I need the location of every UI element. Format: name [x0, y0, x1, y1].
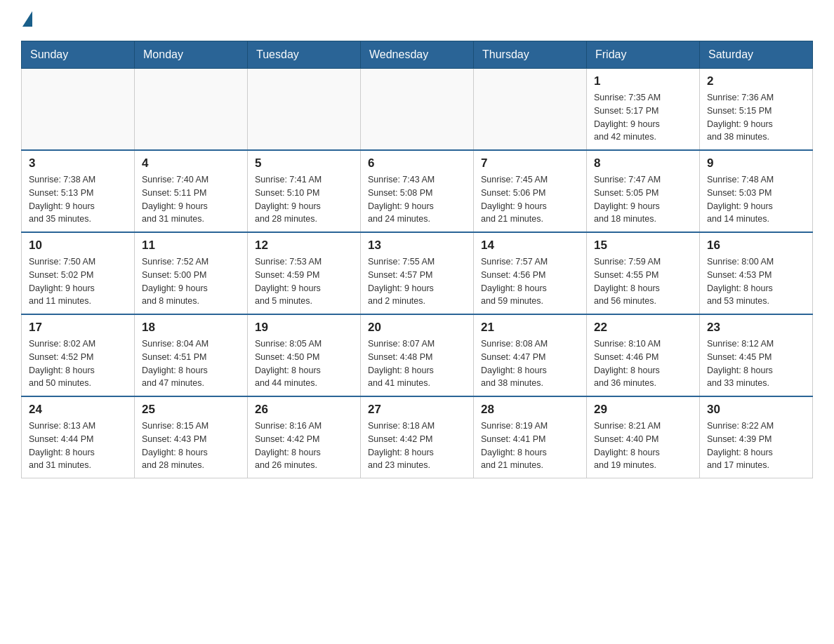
- day-info: Sunrise: 7:47 AMSunset: 5:05 PMDaylight:…: [594, 173, 692, 226]
- calendar-cell: 24Sunrise: 8:13 AMSunset: 4:44 PMDayligh…: [22, 396, 135, 478]
- calendar-cell: 11Sunrise: 7:52 AMSunset: 5:00 PMDayligh…: [135, 232, 248, 314]
- day-number: 11: [142, 239, 240, 253]
- column-header-tuesday: Tuesday: [248, 41, 361, 69]
- day-number: 22: [594, 321, 692, 335]
- calendar-cell: 8Sunrise: 7:47 AMSunset: 5:05 PMDaylight…: [587, 150, 700, 232]
- day-number: 23: [707, 321, 805, 335]
- day-number: 1: [594, 74, 692, 88]
- day-number: 24: [29, 403, 127, 417]
- calendar-week-row: 24Sunrise: 8:13 AMSunset: 4:44 PMDayligh…: [22, 396, 813, 478]
- day-number: 20: [368, 321, 466, 335]
- day-info: Sunrise: 7:45 AMSunset: 5:06 PMDaylight:…: [481, 173, 579, 226]
- day-number: 16: [707, 239, 805, 253]
- day-number: 18: [142, 321, 240, 335]
- calendar-table: SundayMondayTuesdayWednesdayThursdayFrid…: [21, 41, 813, 478]
- day-number: 27: [368, 403, 466, 417]
- day-info: Sunrise: 8:10 AMSunset: 4:46 PMDaylight:…: [594, 337, 692, 390]
- day-number: 21: [481, 321, 579, 335]
- calendar-cell: [248, 69, 361, 151]
- day-number: 3: [29, 156, 127, 170]
- day-number: 14: [481, 239, 579, 253]
- calendar-cell: 21Sunrise: 8:08 AMSunset: 4:47 PMDayligh…: [474, 314, 587, 396]
- day-info: Sunrise: 7:38 AMSunset: 5:13 PMDaylight:…: [29, 173, 127, 226]
- day-info: Sunrise: 7:36 AMSunset: 5:15 PMDaylight:…: [707, 91, 805, 144]
- day-info: Sunrise: 8:18 AMSunset: 4:42 PMDaylight:…: [368, 420, 466, 472]
- calendar-cell: 20Sunrise: 8:07 AMSunset: 4:48 PMDayligh…: [361, 314, 474, 396]
- day-info: Sunrise: 8:21 AMSunset: 4:40 PMDaylight:…: [594, 420, 692, 472]
- day-info: Sunrise: 8:00 AMSunset: 4:53 PMDaylight:…: [707, 255, 805, 308]
- day-info: Sunrise: 8:13 AMSunset: 4:44 PMDaylight:…: [29, 420, 127, 472]
- day-number: 6: [368, 156, 466, 170]
- calendar-cell: 16Sunrise: 8:00 AMSunset: 4:53 PMDayligh…: [700, 232, 813, 314]
- day-info: Sunrise: 7:41 AMSunset: 5:10 PMDaylight:…: [255, 173, 353, 226]
- day-number: 10: [29, 239, 127, 253]
- calendar-cell: 26Sunrise: 8:16 AMSunset: 4:42 PMDayligh…: [248, 396, 361, 478]
- calendar-cell: [135, 69, 248, 151]
- day-info: Sunrise: 8:02 AMSunset: 4:52 PMDaylight:…: [29, 337, 127, 390]
- logo-triangle-icon: [22, 11, 32, 27]
- day-info: Sunrise: 8:07 AMSunset: 4:48 PMDaylight:…: [368, 337, 466, 390]
- day-number: 7: [481, 156, 579, 170]
- day-number: 29: [594, 403, 692, 417]
- day-number: 12: [255, 239, 353, 253]
- calendar-week-row: 3Sunrise: 7:38 AMSunset: 5:13 PMDaylight…: [22, 150, 813, 232]
- column-header-thursday: Thursday: [474, 41, 587, 69]
- calendar-cell: 3Sunrise: 7:38 AMSunset: 5:13 PMDaylight…: [22, 150, 135, 232]
- calendar-cell: 4Sunrise: 7:40 AMSunset: 5:11 PMDaylight…: [135, 150, 248, 232]
- calendar-cell: 9Sunrise: 7:48 AMSunset: 5:03 PMDaylight…: [700, 150, 813, 232]
- calendar-cell: 28Sunrise: 8:19 AMSunset: 4:41 PMDayligh…: [474, 396, 587, 478]
- calendar-cell: 5Sunrise: 7:41 AMSunset: 5:10 PMDaylight…: [248, 150, 361, 232]
- day-number: 13: [368, 239, 466, 253]
- calendar-cell: 19Sunrise: 8:05 AMSunset: 4:50 PMDayligh…: [248, 314, 361, 396]
- column-header-saturday: Saturday: [700, 41, 813, 69]
- day-number: 9: [707, 156, 805, 170]
- day-info: Sunrise: 8:15 AMSunset: 4:43 PMDaylight:…: [142, 420, 240, 472]
- day-info: Sunrise: 8:22 AMSunset: 4:39 PMDaylight:…: [707, 420, 805, 472]
- day-number: 2: [707, 74, 805, 88]
- day-info: Sunrise: 8:12 AMSunset: 4:45 PMDaylight:…: [707, 337, 805, 390]
- calendar-cell: 17Sunrise: 8:02 AMSunset: 4:52 PMDayligh…: [22, 314, 135, 396]
- calendar-cell: 30Sunrise: 8:22 AMSunset: 4:39 PMDayligh…: [700, 396, 813, 478]
- calendar-week-row: 1Sunrise: 7:35 AMSunset: 5:17 PMDaylight…: [22, 69, 813, 151]
- calendar-week-row: 10Sunrise: 7:50 AMSunset: 5:02 PMDayligh…: [22, 232, 813, 314]
- day-info: Sunrise: 7:48 AMSunset: 5:03 PMDaylight:…: [707, 173, 805, 226]
- calendar-cell: 27Sunrise: 8:18 AMSunset: 4:42 PMDayligh…: [361, 396, 474, 478]
- calendar-cell: 25Sunrise: 8:15 AMSunset: 4:43 PMDayligh…: [135, 396, 248, 478]
- column-header-sunday: Sunday: [22, 41, 135, 69]
- logo: [21, 14, 32, 27]
- day-number: 28: [481, 403, 579, 417]
- day-info: Sunrise: 7:43 AMSunset: 5:08 PMDaylight:…: [368, 173, 466, 226]
- calendar-cell: 29Sunrise: 8:21 AMSunset: 4:40 PMDayligh…: [587, 396, 700, 478]
- calendar-cell: 10Sunrise: 7:50 AMSunset: 5:02 PMDayligh…: [22, 232, 135, 314]
- day-info: Sunrise: 8:04 AMSunset: 4:51 PMDaylight:…: [142, 337, 240, 390]
- day-number: 19: [255, 321, 353, 335]
- calendar-cell: 18Sunrise: 8:04 AMSunset: 4:51 PMDayligh…: [135, 314, 248, 396]
- day-info: Sunrise: 7:50 AMSunset: 5:02 PMDaylight:…: [29, 255, 127, 308]
- day-info: Sunrise: 7:53 AMSunset: 4:59 PMDaylight:…: [255, 255, 353, 308]
- calendar-cell: [474, 69, 587, 151]
- calendar-cell: 15Sunrise: 7:59 AMSunset: 4:55 PMDayligh…: [587, 232, 700, 314]
- column-header-monday: Monday: [135, 41, 248, 69]
- calendar-cell: 13Sunrise: 7:55 AMSunset: 4:57 PMDayligh…: [361, 232, 474, 314]
- day-number: 4: [142, 156, 240, 170]
- calendar-cell: 14Sunrise: 7:57 AMSunset: 4:56 PMDayligh…: [474, 232, 587, 314]
- page-header: [21, 14, 813, 27]
- day-info: Sunrise: 7:52 AMSunset: 5:00 PMDaylight:…: [142, 255, 240, 308]
- column-header-wednesday: Wednesday: [361, 41, 474, 69]
- day-info: Sunrise: 8:05 AMSunset: 4:50 PMDaylight:…: [255, 337, 353, 390]
- calendar-cell: 12Sunrise: 7:53 AMSunset: 4:59 PMDayligh…: [248, 232, 361, 314]
- day-number: 5: [255, 156, 353, 170]
- calendar-cell: [361, 69, 474, 151]
- calendar-header-row: SundayMondayTuesdayWednesdayThursdayFrid…: [22, 41, 813, 69]
- day-number: 30: [707, 403, 805, 417]
- day-info: Sunrise: 7:55 AMSunset: 4:57 PMDaylight:…: [368, 255, 466, 308]
- day-number: 17: [29, 321, 127, 335]
- day-number: 25: [142, 403, 240, 417]
- day-number: 15: [594, 239, 692, 253]
- calendar-cell: 22Sunrise: 8:10 AMSunset: 4:46 PMDayligh…: [587, 314, 700, 396]
- calendar-cell: [22, 69, 135, 151]
- day-info: Sunrise: 7:59 AMSunset: 4:55 PMDaylight:…: [594, 255, 692, 308]
- calendar-cell: 1Sunrise: 7:35 AMSunset: 5:17 PMDaylight…: [587, 69, 700, 151]
- calendar-cell: 7Sunrise: 7:45 AMSunset: 5:06 PMDaylight…: [474, 150, 587, 232]
- day-number: 8: [594, 156, 692, 170]
